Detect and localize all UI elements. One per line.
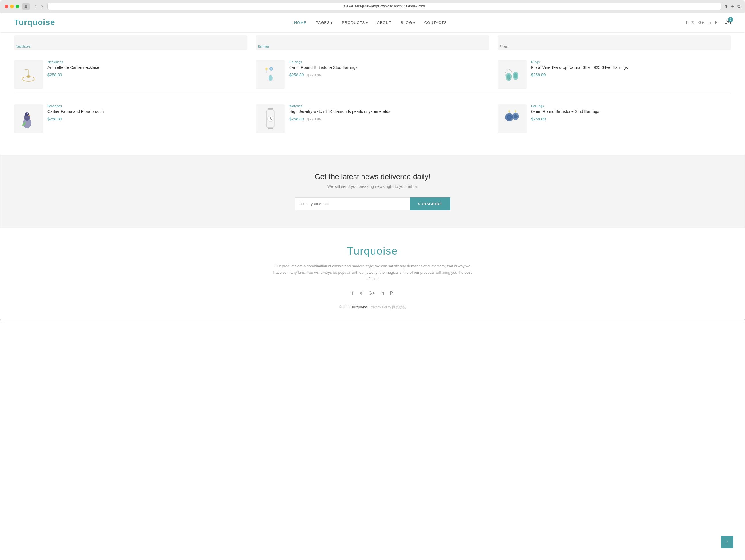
product-category-brooch: Brooches <box>47 104 247 108</box>
product-card-earring1[interactable]: Earrings 6-mm Round Birthstone Stud Earr… <box>256 56 489 94</box>
newsletter-subtitle: We will send you breaking news right to … <box>14 184 731 189</box>
site-logo[interactable]: Turquoise <box>14 18 55 27</box>
product-card-watch[interactable]: Watches High Jewelry watch 18K diamonds … <box>256 100 489 138</box>
product-category-earring2: Earrings <box>531 104 731 108</box>
newsletter-email-input[interactable] <box>295 197 410 210</box>
product-thumb-ring <box>498 60 526 89</box>
product-price-necklace: $258.89 <box>47 72 62 77</box>
footer-copy-text: © 2023 <box>339 305 351 309</box>
header-social: f 𝕏 G+ in P 🛍 1 <box>686 19 731 26</box>
browser-dots <box>5 5 19 8</box>
brooch-image <box>17 106 40 132</box>
product-info-earring2: Earrings 6-mm Round Birthstone Stud Earr… <box>531 104 731 122</box>
footer-brand: Turquoise <box>351 305 367 309</box>
footer-logo-t: T <box>347 245 354 257</box>
minimize-dot[interactable] <box>10 5 14 8</box>
back-button[interactable]: ‹ <box>33 3 38 9</box>
partial-product-2: Earrings <box>256 35 489 50</box>
cart-button[interactable]: 🛍 1 <box>724 19 731 26</box>
svg-rect-25 <box>270 117 271 119</box>
nav-contacts[interactable]: CONTACTS <box>424 21 447 25</box>
partial-product-1: Necklaces <box>14 35 247 50</box>
product-thumb-earring1 <box>256 60 285 89</box>
split-view-button[interactable]: ⧉ <box>737 4 740 9</box>
facebook-icon[interactable]: f <box>686 20 687 25</box>
product-card-brooch[interactable]: Brooches Cartier Fauna and Flora brooch … <box>14 100 247 138</box>
ring-image <box>500 63 524 86</box>
product-info-earring1: Earrings 6-mm Round Birthstone Stud Earr… <box>289 60 489 77</box>
logo-t-letter: T <box>14 18 19 27</box>
browser-toolbar: ⊞ ‹ › file:///Users/janewang/Downloads/h… <box>5 3 740 13</box>
cart-badge: 1 <box>728 17 733 22</box>
product-info-necklace: Necklaces Amulette de Cartier necklace $… <box>47 60 247 77</box>
product-category-watch: Watches <box>289 104 489 108</box>
earring1-image <box>260 63 280 86</box>
nav-home[interactable]: HOME <box>294 21 306 25</box>
product-thumb-brooch <box>14 104 43 133</box>
sidebar-toggle-button[interactable]: ⊞ <box>22 3 30 9</box>
svg-point-1 <box>27 75 30 78</box>
product-price-original-earring1: $278.96 <box>307 73 321 77</box>
footer-facebook-icon[interactable]: f <box>352 291 353 296</box>
product-name-watch: High Jewelry watch 18K diamonds pearls o… <box>289 109 489 115</box>
browser-chrome: ⊞ ‹ › file:///Users/janewang/Downloads/h… <box>0 0 745 13</box>
product-price-brooch: $258.89 <box>47 117 62 121</box>
svg-rect-19 <box>268 128 272 129</box>
product-info-ring: Rings Floral Vine Teardrop Natural Shell… <box>531 60 731 77</box>
svg-point-10 <box>507 74 510 80</box>
footer-logo-rest: urquoise <box>354 245 398 257</box>
share-button[interactable]: ⬆ <box>724 4 728 9</box>
googleplus-icon[interactable]: G+ <box>699 20 704 25</box>
linkedin-icon[interactable]: in <box>708 20 711 25</box>
product-thumb-necklace <box>14 60 43 89</box>
twitter-icon[interactable]: 𝕏 <box>691 20 694 25</box>
nav-about[interactable]: ABOUT <box>377 21 391 25</box>
newsletter-form: SUBSCRIBE <box>295 197 450 210</box>
svg-rect-18 <box>268 108 272 110</box>
address-bar[interactable]: file:///Users/janewang/Downloads/html330… <box>47 3 721 10</box>
product-thumb-watch <box>256 104 285 133</box>
nav-blog[interactable]: BLOG <box>401 21 415 25</box>
product-price-earring2: $258.89 <box>531 117 546 121</box>
product-name-ring: Floral Vine Teardrop Natural Shell .925 … <box>531 65 731 70</box>
earring2-image <box>500 107 524 130</box>
pinterest-icon[interactable]: P <box>715 20 718 25</box>
close-dot[interactable] <box>5 5 8 8</box>
products-grid-1: Necklaces Amulette de Cartier necklace $… <box>14 56 731 94</box>
product-card-necklace[interactable]: Necklaces Amulette de Cartier necklace $… <box>14 56 247 94</box>
browser-nav: ‹ › <box>33 3 44 9</box>
newsletter-subscribe-button[interactable]: SUBSCRIBE <box>410 197 450 210</box>
site-footer: Turquoise Our products are a combination… <box>0 227 745 321</box>
svg-point-12 <box>514 73 517 79</box>
nav-products[interactable]: PRODUCTS <box>342 21 368 25</box>
forward-button[interactable]: › <box>39 3 44 9</box>
footer-googleplus-icon[interactable]: G+ <box>368 291 375 296</box>
footer-linkedin-icon[interactable]: in <box>381 291 384 296</box>
svg-line-5 <box>270 70 271 74</box>
new-tab-button[interactable]: ＋ <box>730 3 735 9</box>
product-name-brooch: Cartier Fauna and Flora brooch <box>47 109 247 115</box>
product-category-ring: Rings <box>531 60 731 64</box>
svg-point-15 <box>25 112 29 116</box>
watch-image <box>262 106 279 132</box>
partial-products-row: Necklaces Earrings Rings <box>0 35 745 50</box>
site-header: Turquoise HOME PAGES PRODUCTS ABOUT BLOG… <box>0 13 745 33</box>
site-nav: HOME PAGES PRODUCTS ABOUT BLOG CONTACTS <box>294 21 447 25</box>
product-name-necklace: Amulette de Cartier necklace <box>47 65 247 70</box>
product-price-ring: $258.89 <box>531 72 546 77</box>
footer-pinterest-icon[interactable]: P <box>390 291 393 296</box>
logo-rest: urquoise <box>19 18 55 27</box>
maximize-dot[interactable] <box>15 5 19 8</box>
newsletter-title: Get the latest news delivered daily! <box>14 172 731 181</box>
products-grid-2: Brooches Cartier Fauna and Flora brooch … <box>14 100 731 138</box>
footer-copyright: © 2023 Turquoise. Privacy Policy 网页模板 <box>14 305 731 310</box>
product-card-ring[interactable]: Rings Floral Vine Teardrop Natural Shell… <box>498 56 731 94</box>
necklace-image <box>19 65 39 85</box>
nav-pages[interactable]: PAGES <box>316 21 333 25</box>
svg-point-32 <box>514 114 518 118</box>
newsletter-section: Get the latest news delivered daily! We … <box>0 155 745 227</box>
svg-point-6 <box>268 75 272 81</box>
footer-twitter-icon[interactable]: 𝕏 <box>359 291 363 296</box>
product-card-earring2[interactable]: Earrings 6-mm Round Birthstone Stud Earr… <box>498 100 731 138</box>
footer-copy-extra: . Privacy Policy 网页模板 <box>367 305 406 309</box>
